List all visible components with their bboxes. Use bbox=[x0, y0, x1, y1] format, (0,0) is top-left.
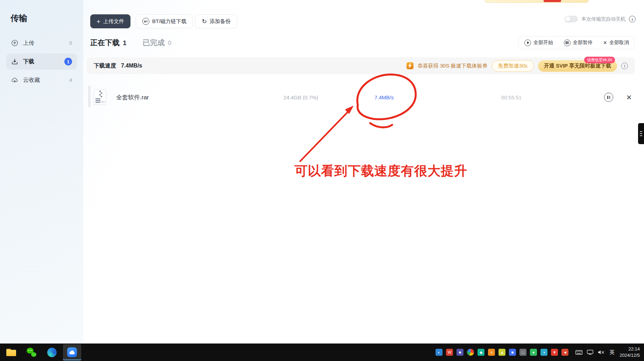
tray-icon-1[interactable]: ◐ bbox=[436, 349, 443, 356]
tray-icon-2[interactable]: W bbox=[446, 349, 453, 356]
lightning-icon bbox=[406, 62, 413, 69]
pause-all-button[interactable]: 全部暂停 bbox=[564, 40, 593, 46]
speed-label: 下载速度 bbox=[94, 62, 116, 70]
cloud-app-icon bbox=[67, 347, 77, 357]
download-count-badge: 1 bbox=[64, 58, 72, 65]
taskbar-wechat[interactable] bbox=[22, 344, 41, 360]
file-speed: 7.4MB/s bbox=[374, 94, 394, 100]
cancel-all-button[interactable]: × 全部取消 bbox=[603, 40, 629, 46]
batch-actions: 全部开始 全部暂停 × 全部取消 bbox=[518, 36, 635, 49]
download-tray-icon bbox=[11, 58, 18, 65]
taskbar-cloud-app-active[interactable] bbox=[63, 344, 81, 360]
time-remaining: 00:55:51 bbox=[501, 94, 522, 100]
pause-all-label: 全部暂停 bbox=[573, 40, 593, 46]
cancel-task-button[interactable]: × bbox=[626, 93, 631, 102]
rar-type-mark: RAR bbox=[100, 101, 105, 103]
cloud-upload-icon bbox=[11, 77, 18, 84]
bt-icon: BT bbox=[142, 18, 149, 25]
rar-file-icon: RAR bbox=[94, 89, 106, 105]
ime-indicator[interactable]: 英 bbox=[609, 349, 615, 356]
top-banner-red-chip bbox=[544, 0, 561, 2]
display-cast-icon[interactable] bbox=[587, 350, 593, 355]
start-all-button[interactable]: 全部开始 bbox=[524, 40, 553, 46]
pause-task-button[interactable] bbox=[604, 93, 613, 102]
system-clock[interactable]: 22:14 2024/12/5 bbox=[620, 346, 640, 358]
file-name: 全套软件.rar bbox=[116, 93, 149, 101]
sidebar: 传输 上传 0 下载 1 云收藏 4 bbox=[0, 0, 83, 344]
system-tray: ◐ W ■ ◆ ≡ ▲ ■ □ ● ◑ ▼ ◄ bbox=[436, 349, 568, 356]
tab-downloading-count: 1 bbox=[123, 39, 127, 47]
edge-browser-icon bbox=[47, 348, 57, 357]
svip-button-label: 开通 SVIP 享无限时极速下载 bbox=[544, 63, 611, 69]
upload-file-label: 上传文件 bbox=[103, 18, 124, 25]
plus-icon: + bbox=[97, 18, 100, 25]
speed-value: 7.4MB/s bbox=[121, 63, 142, 69]
tray-icon-8[interactable]: ■ bbox=[509, 349, 516, 356]
cloud-favorites-count: 4 bbox=[69, 77, 72, 83]
add-backup-button[interactable]: ↻ 添加备份 bbox=[195, 14, 237, 28]
transfer-window: 传输 上传 0 下载 1 云收藏 4 + 上传文件 BT bbox=[0, 0, 644, 344]
cancel-all-label: 全部取消 bbox=[609, 40, 629, 46]
auto-shutdown-toggle[interactable] bbox=[565, 16, 578, 22]
tray-icon-5[interactable]: ◆ bbox=[477, 349, 484, 356]
sidebar-item-label: 下载 bbox=[23, 58, 34, 65]
tray-icon-13[interactable]: ◄ bbox=[561, 349, 568, 356]
upload-file-button[interactable]: + 上传文件 bbox=[90, 14, 130, 28]
taskbar-edge-browser[interactable] bbox=[43, 344, 61, 360]
tray-icon-11[interactable]: ◑ bbox=[540, 349, 547, 356]
close-icon: × bbox=[603, 40, 607, 46]
tab-completed-count: 0 bbox=[168, 39, 172, 47]
download-row[interactable]: RAR 全套软件.rar 24.4GB (0.7%) 7.4MB/s 00:55… bbox=[87, 86, 635, 108]
tab-downloading[interactable]: 正在下载 1 bbox=[90, 38, 127, 48]
taskbar: ◐ W ■ ◆ ≡ ▲ ■ □ ● ◑ ▼ ◄ 英 22:14 2024/12/… bbox=[0, 344, 644, 361]
start-all-label: 全部开始 bbox=[533, 40, 553, 46]
coupon-promo-text: 恭喜获得 30S 极速下载体验券 bbox=[418, 63, 488, 69]
tray-icon-browser[interactable] bbox=[467, 349, 474, 356]
auto-shutdown-group: 本次传输完自动关机 i bbox=[565, 16, 636, 22]
tray-icon-7[interactable]: ▲ bbox=[498, 349, 505, 356]
sidebar-item-download[interactable]: 下载 1 bbox=[6, 54, 77, 70]
tab-row: 正在下载 1 已完成 0 bbox=[90, 38, 171, 48]
touch-keyboard-icon[interactable] bbox=[575, 350, 582, 355]
annotation-text: 可以看到下载速度有很大提升 bbox=[295, 162, 467, 180]
play-circle-icon bbox=[524, 40, 531, 46]
clock-date: 2024/12/5 bbox=[620, 352, 640, 359]
free-boost-button[interactable]: 免费加速30s bbox=[492, 60, 534, 72]
sidebar-item-cloud-favorites[interactable]: 云收藏 4 bbox=[6, 72, 77, 88]
speed-bar-promos: 恭喜获得 30S 极速下载体验券 免费加速30s 开通 SVIP 享无限时极速下… bbox=[406, 60, 628, 72]
speed-bar: 下载速度 7.4MB/s 恭喜获得 30S 极速下载体验券 免费加速30s 开通… bbox=[87, 57, 635, 74]
info-icon[interactable]: i bbox=[629, 16, 636, 22]
tab-completed-label: 已完成 bbox=[143, 38, 165, 48]
tab-completed[interactable]: 已完成 0 bbox=[143, 38, 172, 48]
speed-info-icon[interactable]: i bbox=[621, 63, 628, 69]
bt-magnet-download-button[interactable]: BT BT/磁力链下载 bbox=[136, 14, 193, 28]
system-indicators bbox=[575, 350, 604, 355]
tray-icon-6[interactable]: ≡ bbox=[488, 349, 495, 356]
sidebar-item-label: 云收藏 bbox=[23, 77, 40, 84]
wechat-icon bbox=[27, 348, 36, 357]
auto-shutdown-label: 本次传输完自动关机 bbox=[581, 16, 625, 22]
upload-circle-icon bbox=[11, 40, 18, 47]
clock-time: 22:14 bbox=[628, 346, 640, 352]
edge-dock-handle[interactable] bbox=[638, 123, 644, 144]
zip-teeth-decoration bbox=[99, 91, 102, 98]
annotation-arrow-shaft bbox=[300, 110, 349, 161]
renewal-price-badge: 续费低至¥8.80 bbox=[584, 57, 615, 63]
taskbar-file-explorer[interactable] bbox=[2, 344, 20, 360]
annotation-swoosh bbox=[370, 123, 392, 127]
top-banner-sliver bbox=[484, 0, 589, 3]
add-backup-label: 添加备份 bbox=[210, 18, 231, 25]
tray-icon-9[interactable]: □ bbox=[519, 349, 526, 356]
upload-count: 0 bbox=[69, 40, 72, 46]
pause-circle-icon bbox=[564, 40, 571, 46]
svip-upgrade-button[interactable]: 开通 SVIP 享无限时极速下载 续费低至¥8.80 bbox=[538, 60, 617, 72]
toggle-knob bbox=[565, 16, 571, 22]
bt-button-label: BT/磁力链下载 bbox=[152, 18, 186, 25]
volume-muted-icon[interactable] bbox=[598, 350, 604, 355]
tray-icon-12[interactable]: ▼ bbox=[551, 349, 558, 356]
tray-icon-10[interactable]: ● bbox=[530, 349, 537, 356]
tray-icon-3[interactable]: ■ bbox=[457, 349, 463, 356]
sidebar-item-upload[interactable]: 上传 0 bbox=[6, 35, 77, 51]
folder-icon bbox=[6, 349, 16, 356]
sidebar-item-label: 上传 bbox=[23, 40, 34, 47]
